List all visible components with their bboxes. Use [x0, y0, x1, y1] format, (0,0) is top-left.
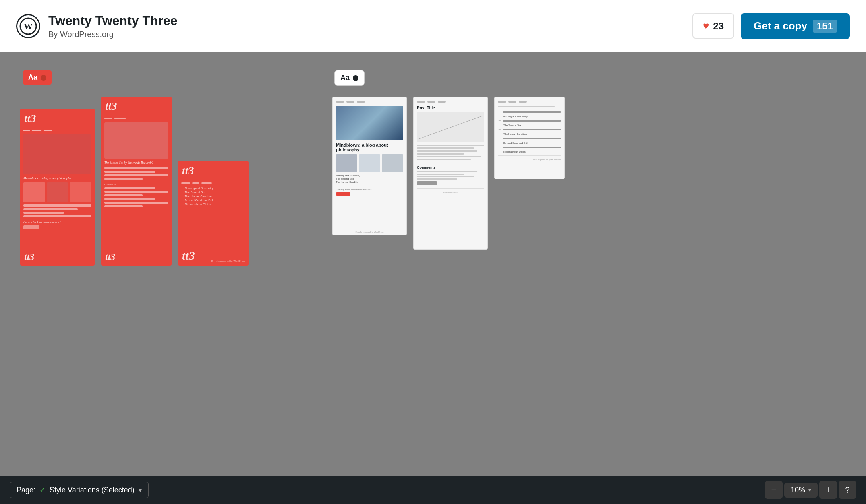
- white-card-3-inner: → Naming and Necessity → The Second Sex …: [495, 97, 564, 165]
- style-badge-red-dot: [41, 75, 46, 81]
- white-card-1-title: Mindblown: a blog about philosophy.: [336, 143, 403, 152]
- zoom-display[interactable]: 10% ▾: [784, 483, 818, 498]
- header: W Twenty Twenty Three By WordPress.org ♥…: [0, 0, 866, 52]
- zoom-level: 10%: [791, 486, 805, 494]
- zoom-in-button[interactable]: +: [819, 481, 837, 499]
- white-previews-group: Mindblown: a blog about philosophy. Nami…: [332, 97, 565, 250]
- nav-dots-1: [336, 101, 403, 103]
- theme-title: Twenty Twenty Three: [48, 13, 178, 28]
- canvas-area: Aa tt3 Mindblown: a blog about philosoph…: [0, 52, 866, 476]
- white-preview-card-1[interactable]: Mindblown: a blog about philosophy. Nami…: [332, 97, 407, 235]
- white-card-1-inner: Mindblown: a blog about philosophy. Nami…: [333, 97, 406, 200]
- get-copy-label: Get a copy: [754, 20, 807, 32]
- theme-info-group: W Twenty Twenty Three By WordPress.org: [16, 13, 178, 39]
- style-badge-white-dot: [353, 75, 358, 81]
- white-card-3-footer: Proudly powered by WordPress: [498, 158, 561, 161]
- tt3-bottom-2: tt3: [105, 252, 115, 262]
- white-preview-card-3[interactable]: → Naming and Necessity → The Second Sex …: [494, 97, 565, 179]
- theme-details: Twenty Twenty Three By WordPress.org: [48, 13, 178, 39]
- nav-dots-2: [417, 101, 484, 103]
- white-preview-card-2[interactable]: Post Title Comments: [413, 97, 488, 250]
- tt3-label-1: tt3: [24, 112, 36, 125]
- red-previews-group: tt3 Mindblown: a blog about philosophy.: [20, 97, 249, 266]
- tt3-bottom-1: tt3: [24, 252, 34, 262]
- likes-count: 23: [713, 21, 724, 32]
- zoom-chevron-icon: ▾: [808, 487, 811, 493]
- tt3-bottom-3: tt3: [182, 249, 195, 262]
- heart-icon: ♥: [703, 20, 709, 32]
- zoom-out-button[interactable]: −: [765, 481, 783, 499]
- style-badge-red[interactable]: Aa: [23, 70, 52, 85]
- page-selector[interactable]: Page: ✓ Style Variations (Selected) ▾: [10, 482, 149, 498]
- page-chevron-icon: ▾: [139, 486, 142, 494]
- red-preview-card-1[interactable]: tt3 Mindblown: a blog about philosophy.: [20, 109, 95, 266]
- post-title: Post Title: [417, 106, 484, 110]
- book-list: → Naming and Necessity → The Second Sex …: [498, 110, 561, 153]
- red-preview-card-2[interactable]: tt3 The Second Sex by Simone de Beauvoir…: [101, 97, 172, 266]
- svg-text:W: W: [24, 21, 33, 31]
- help-button[interactable]: ?: [839, 481, 856, 499]
- style-badge-red-text: Aa: [28, 73, 37, 82]
- likes-button[interactable]: ♥ 23: [692, 13, 734, 39]
- card3-footer: Proudly powered by WordPress: [211, 260, 245, 262]
- white-card-2-footer: ← Previous Post: [417, 191, 484, 194]
- white-card-1-footer: Proudly powered by WordPress: [333, 229, 406, 235]
- white-card-2-inner: Post Title Comments: [414, 97, 487, 198]
- header-actions: ♥ 23 Get a copy 151: [692, 13, 850, 39]
- page-check-icon: ✓: [39, 485, 46, 494]
- nav-dots-3: [498, 101, 561, 103]
- bottom-toolbar: Page: ✓ Style Variations (Selected) ▾ − …: [0, 476, 866, 504]
- page-label: Page:: [17, 486, 35, 494]
- tt3-label-2: tt3: [105, 100, 117, 113]
- get-copy-button[interactable]: Get a copy 151: [741, 13, 850, 39]
- style-badge-white[interactable]: Aa: [334, 70, 365, 86]
- card-1-content: Mindblown: a blog about philosophy. Got …: [20, 127, 95, 266]
- get-copy-count: 151: [813, 20, 837, 33]
- red-preview-card-3[interactable]: tt3 → Naming and Necessity → The Second …: [178, 161, 249, 266]
- wordpress-logo: W: [16, 14, 40, 38]
- zoom-controls: − 10% ▾ + ?: [765, 481, 856, 499]
- theme-author: By WordPress.org: [48, 30, 178, 39]
- page-name: Style Variations (Selected): [50, 486, 135, 494]
- comments-label: Comments: [417, 165, 484, 169]
- card-2-content: The Second Sex by Simone de Beauvoir? Co…: [101, 115, 172, 266]
- tt3-label-3: tt3: [182, 164, 194, 177]
- style-badge-white-text: Aa: [340, 74, 350, 82]
